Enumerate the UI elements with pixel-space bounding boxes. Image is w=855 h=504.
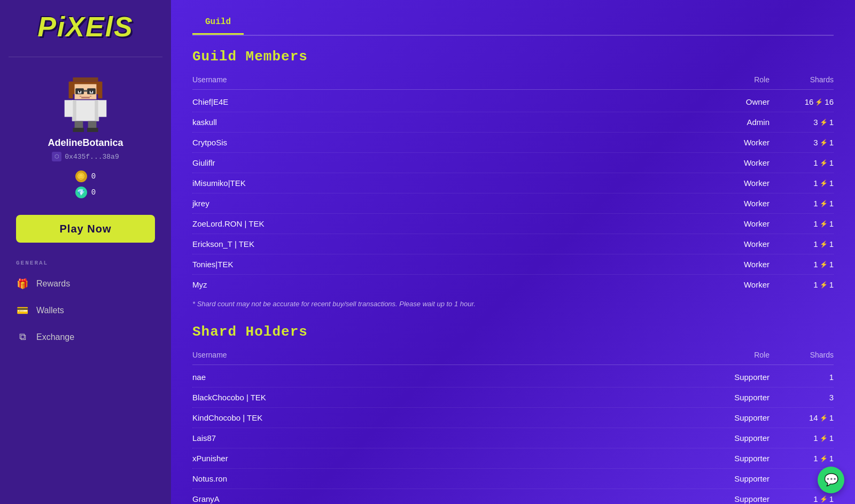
bolt-icon: ⚡ — [820, 455, 828, 462]
holder-username: GranyA — [192, 494, 684, 503]
sidebar-item-rewards[interactable]: 🎁 Rewards — [0, 270, 171, 297]
svg-rect-14 — [81, 97, 90, 98]
coin-value: 0 — [91, 172, 96, 181]
svg-rect-11 — [90, 91, 92, 92]
rewards-icon: 🎁 — [16, 278, 29, 290]
table-row: KindChocobo | TEK Supporter 14 ⚡1 — [192, 408, 834, 428]
svg-rect-10 — [79, 91, 80, 92]
holder-username: xPunisher — [192, 454, 684, 463]
bolt-icon: ⚡ — [820, 414, 828, 422]
shard-holders-list: nae Supporter 1 BlackChocobo | TEK Suppo… — [192, 367, 834, 504]
holder-shards: 1 — [770, 373, 834, 382]
member-shards: 1 ⚡1 — [770, 239, 834, 249]
svg-rect-12 — [80, 96, 81, 97]
member-role: Worker — [684, 239, 770, 249]
table-row: iMisumiko|TEK Worker 1 ⚡1 — [192, 173, 834, 193]
username: AdelineBotanica — [48, 137, 123, 149]
holder-role: Supporter — [684, 454, 770, 463]
bolt-icon: ⚡ — [820, 495, 828, 503]
member-username: ZoeLord.RON | TEK — [192, 219, 684, 228]
table-row: BlackChocobo | TEK Supporter 3 — [192, 387, 834, 408]
table-row: Notus.ron Supporter 1 — [192, 469, 834, 489]
bolt-icon: ⚡ — [815, 98, 823, 106]
member-username: CrytpoSis — [192, 138, 684, 147]
member-shards: 3 ⚡1 — [770, 118, 834, 127]
gem-icon: 💎 — [75, 187, 87, 198]
table-row: kaskull Admin 3 ⚡1 — [192, 112, 834, 133]
bolt-icon: ⚡ — [820, 180, 828, 187]
member-username: iMisumiko|TEK — [192, 179, 684, 188]
bolt-icon: ⚡ — [820, 241, 828, 248]
shard-holders-header: Username Role Shards — [192, 351, 834, 365]
sidebar: PiXElS — [0, 0, 171, 504]
holder-role: Supporter — [684, 494, 770, 503]
member-role: Worker — [684, 138, 770, 147]
member-role: Owner — [684, 97, 770, 106]
sh-col-shards-header: Shards — [770, 351, 834, 359]
bolt-icon: ⚡ — [820, 119, 828, 126]
table-row: Tonies|TEK Worker 1 ⚡1 — [192, 254, 834, 275]
member-username: Myz — [192, 280, 684, 289]
chat-bubble-button[interactable]: 💬 — [818, 467, 844, 493]
wallet-address-row: ⬡ 0x435f...38a9 — [52, 152, 119, 161]
holder-shards: 1 ⚡1 — [770, 454, 834, 463]
shard-holders-section: Shard Holders Username Role Shards nae S… — [192, 324, 834, 504]
svg-rect-2 — [69, 82, 73, 98]
holder-role: Supporter — [684, 413, 770, 422]
bolt-icon: ⚡ — [820, 139, 828, 146]
sidebar-divider-top — [9, 57, 162, 57]
member-shards: 1 ⚡1 — [770, 158, 834, 167]
table-row: Giuliflr Worker 1 ⚡1 — [192, 153, 834, 173]
guild-members-section: Guild Members Username Role Shards Chief… — [192, 49, 834, 308]
currencies: 🪙 0 💎 0 — [75, 169, 96, 200]
svg-rect-18 — [65, 100, 73, 117]
holder-role: Supporter — [684, 433, 770, 443]
wallets-icon: 💳 — [16, 305, 29, 316]
member-role: Worker — [684, 158, 770, 167]
member-username: Chief|E4E — [192, 97, 684, 106]
exchange-label: Exchange — [36, 332, 74, 342]
member-shards: 16 ⚡16 — [770, 97, 834, 106]
guild-members-title: Guild Members — [192, 49, 834, 65]
svg-rect-7 — [84, 90, 87, 91]
col-role-header: Role — [684, 75, 770, 84]
member-username: jkrey — [192, 199, 684, 208]
table-row: Lais87 Supporter 1 ⚡1 — [192, 428, 834, 448]
member-shards: 1 ⚡1 — [770, 219, 834, 228]
member-role: Worker — [684, 219, 770, 228]
sidebar-item-wallets[interactable]: 💳 Wallets — [0, 297, 171, 324]
holder-role: Supporter — [684, 474, 770, 483]
bolt-icon: ⚡ — [820, 159, 828, 167]
member-shards: 3 ⚡1 — [770, 138, 834, 147]
member-username: Tonies|TEK — [192, 260, 684, 269]
table-row: Myz Worker 1 ⚡1 — [192, 275, 834, 294]
sidebar-nav: GENERAL 🎁 Rewards 💳 Wallets ⧉ Exchange — [0, 255, 171, 350]
wallet-address-text: 0x435f...38a9 — [65, 153, 119, 161]
guild-members-header: Username Role Shards — [192, 75, 834, 90]
bolt-icon: ⚡ — [820, 281, 828, 289]
holder-username: Lais87 — [192, 433, 684, 443]
coin-icon: 🪙 — [75, 170, 87, 182]
member-username: kaskull — [192, 118, 684, 127]
holder-shards: 1 ⚡1 — [770, 494, 834, 503]
table-row: xPunisher Supporter 1 ⚡1 — [192, 448, 834, 469]
table-row: jkrey Worker 1 ⚡1 — [192, 193, 834, 214]
member-shards: 1 ⚡1 — [770, 199, 834, 208]
table-row: Chief|E4E Owner 16 ⚡16 — [192, 92, 834, 112]
tab-guild[interactable]: Guild — [192, 13, 244, 35]
col-username-header: Username — [192, 75, 684, 84]
member-role: Worker — [684, 199, 770, 208]
rewards-label: Rewards — [36, 279, 70, 289]
table-row: nae Supporter 1 — [192, 367, 834, 387]
coin-row: 🪙 0 — [75, 170, 96, 182]
sidebar-item-exchange[interactable]: ⧉ Exchange — [0, 324, 171, 350]
member-role: Worker — [684, 280, 770, 289]
play-now-button[interactable]: Play Now — [16, 215, 155, 243]
member-role: Worker — [684, 260, 770, 269]
bolt-icon: ⚡ — [820, 435, 828, 442]
gem-row: 💎 0 — [75, 187, 96, 198]
wallet-icon: ⬡ — [52, 152, 61, 161]
holder-role: Supporter — [684, 373, 770, 382]
member-role: Admin — [684, 118, 770, 127]
avatar — [59, 73, 112, 132]
